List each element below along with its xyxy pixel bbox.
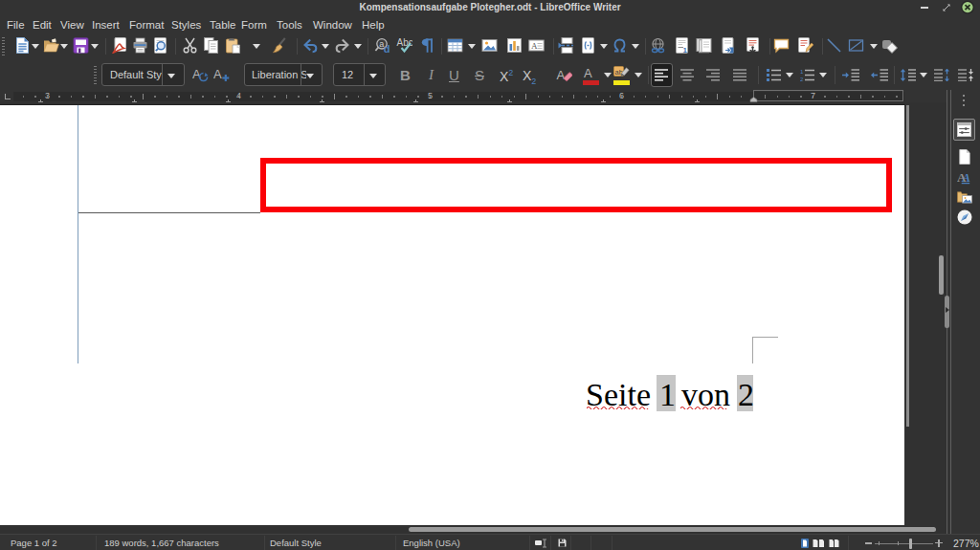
svg-text:2: 2 — [800, 77, 804, 81]
svg-text:1: 1 — [800, 69, 804, 75]
